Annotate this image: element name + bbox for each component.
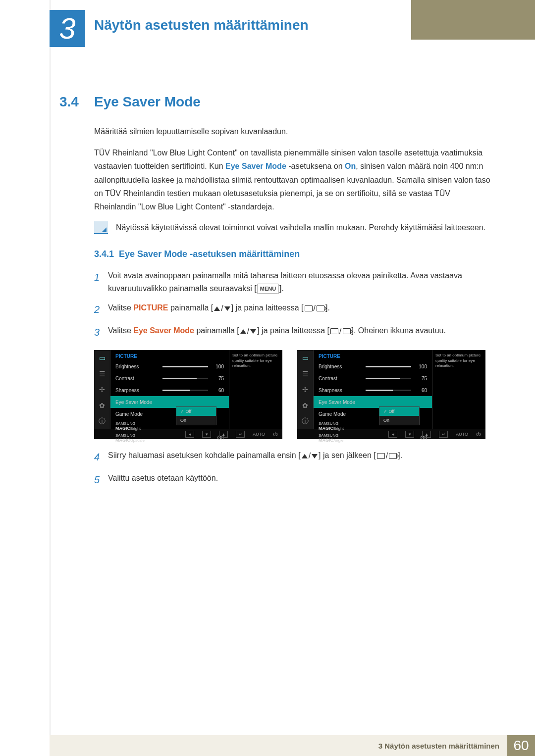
osd-opt-off: ✓ Off [379,407,419,416]
nav-enter-icon: ↵ [439,431,448,438]
info-icon: ⓘ [94,413,110,429]
osd-dropdown: ✓ Off On [176,406,216,425]
page-number: 60 [507,735,535,756]
nav-auto: AUTO [253,432,265,437]
osd-dropdown: ✓ Off On [379,406,420,425]
osd-sidebar: ▭ ☰ ✢ ✿ ⓘ [94,350,110,429]
steps-list-cont: 4Siirry haluamasi asetuksen kohdalle pai… [94,449,490,488]
header-khaki-band [411,0,535,40]
osd-header: PICTURE [110,352,229,360]
size-icon: ✢ [94,382,110,398]
section-heading: 3.4Eye Saver Mode [59,94,490,110]
nav-power-icon: ⏻ [273,432,277,437]
nav-enter-icon: ↵ [236,431,245,438]
subsection-number: 3.4.1 [94,249,114,259]
osd-row-contrast: Contrast75 [314,372,432,384]
footer-chapter: 3 Näytön asetusten määrittäminen [378,742,499,750]
picture-icon: ☰ [94,366,110,382]
screen-enter-icon: / [305,302,324,315]
note-text: Näytössä käytettävissä olevat toiminnot … [116,221,485,234]
chapter-number: 3 [59,11,75,46]
osd-row-brightness: Brightness100 [314,360,432,372]
nav-left-icon: ◄ [388,431,397,438]
steps-list: 1Voit avata avainoppaan painamalla mitä … [94,269,490,340]
screen-enter-icon: / [330,325,350,338]
section-number: 3.4 [59,94,94,110]
monitor-icon: ▭ [94,350,110,366]
nav-down-icon: ▼ [405,431,414,438]
subsection-heading: 3.4.1 Eye Saver Mode -asetuksen määrittä… [94,249,490,259]
up-down-icon: / [214,302,230,315]
step-num: 2 [94,302,108,317]
nav-down-icon: ▼ [202,431,211,438]
osd-panel-2: ▭ ☰ ✢ ✿ ⓘ PICTURE Brightness100 Contrast… [297,350,485,439]
intro-p1: Määrittää silmien lepuuttamiselle sopiva… [94,125,490,138]
osd-row-sharpness: Sharpness60 [314,384,432,396]
osd-help-text: Set to an optimum picture quality suitab… [229,350,282,429]
osd-header: PICTURE [314,352,432,360]
step-3: Valitse Eye Saver Mode painamalla [/] ja… [108,324,446,340]
up-down-icon: / [302,450,318,462]
menu-key-icon: MENU [258,284,278,295]
picture-icon: ☰ [297,366,313,382]
monitor-icon: ▭ [297,350,313,366]
nav-auto: AUTO [456,432,468,437]
nav-up-icon: ▲ [422,431,431,438]
info-icon: ⓘ [297,413,313,429]
osd-opt-off: ✓ Off [176,407,216,416]
osd-row-sharpness: Sharpness60 [110,384,229,396]
step-1: Voit avata avainoppaan painamalla mitä t… [108,269,490,295]
note-block: Näytössä käytettävissä olevat toiminnot … [94,221,490,234]
osd-row-contrast: Contrast75 [110,372,229,384]
note-icon [94,221,108,234]
osd-opt-on: On [176,416,216,425]
step-num: 3 [94,324,108,340]
osd-sidebar: ▭ ☰ ✢ ✿ ⓘ [297,350,314,429]
osd-screenshots: ▭ ☰ ✢ ✿ ⓘ PICTURE Brightness100 Contrast… [94,350,490,439]
left-rule [50,0,51,756]
section-title: Eye Saver Mode [94,94,201,109]
footer: 3 Näytön asetusten määrittäminen 60 [50,735,535,756]
osd-row-brightness: Brightness100 [110,360,229,372]
settings-icon: ✿ [94,398,110,413]
chapter-title: Näytön asetusten määrittäminen [94,17,309,33]
subsection-title: Eye Saver Mode -asetuksen määrittäminen [119,249,300,259]
osd-opt-on: On [379,416,419,425]
step-4: Siirry haluamasi asetuksen kohdalle pain… [108,449,402,465]
osd-panel-1: ▭ ☰ ✢ ✿ ⓘ PICTURE Brightness100 Contrast… [94,350,282,439]
settings-icon: ✿ [297,398,313,413]
nav-power-icon: ⏻ [476,432,481,437]
step-num: 1 [94,269,108,295]
osd-help-text: Set to an optimum picture quality suitab… [432,350,485,429]
step-2: Valitse PICTURE painamalla [/] ja paina … [108,302,330,317]
step-num: 5 [94,472,108,488]
intro-p2: TÜV Rheinland "Low Blue Light Content" o… [94,146,490,213]
up-down-icon: / [240,325,256,338]
step-5: Valittu asetus otetaan käyttöön. [108,472,218,488]
nav-left-icon: ◄ [185,431,194,438]
nav-up-icon: ▲ [219,431,228,438]
chapter-tab: 3 [50,10,85,47]
size-icon: ✢ [297,382,313,398]
screen-enter-icon: / [377,450,397,462]
step-num: 4 [94,449,108,465]
